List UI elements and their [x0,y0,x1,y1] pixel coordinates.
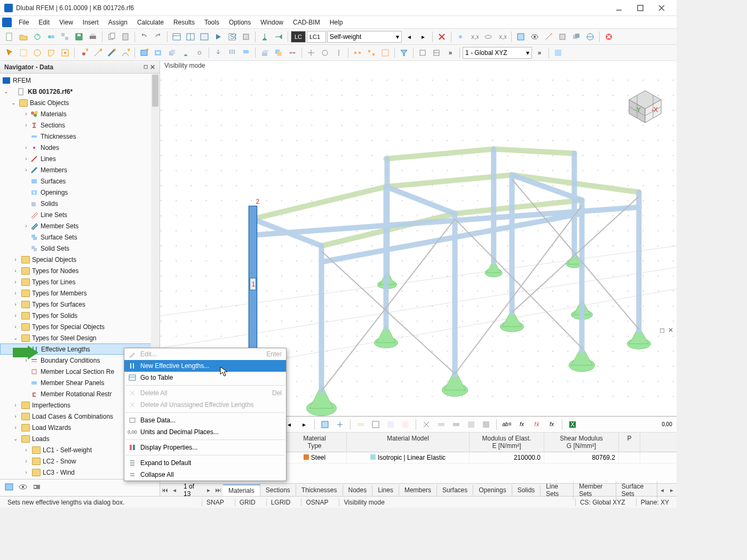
ctx-display-properties[interactable]: Display Properties... [124,442,286,453]
table2-icon[interactable] [184,30,197,43]
table-link2-icon[interactable] [333,418,346,431]
menu-insert[interactable]: Insert [78,17,104,28]
more-icon[interactable]: » [444,46,457,59]
script-icon[interactable]: SC [226,30,239,43]
print-icon[interactable] [86,30,99,43]
minimize-button[interactable] [608,1,630,15]
tree-types-special[interactable]: ›Types for Special Objects [0,321,160,332]
tab-first-icon[interactable]: ⏮ [160,486,170,494]
tree-membersets[interactable]: ›Member Sets [0,220,160,231]
new-support-icon[interactable] [179,46,192,59]
table-del2-icon[interactable] [435,418,448,431]
new-file-icon[interactable] [3,30,16,43]
view-cube[interactable]: -Y -X [621,80,669,128]
new-surface-icon[interactable]: ★ [138,46,150,59]
undo-icon[interactable] [138,30,150,43]
table-icon[interactable] [170,30,183,43]
table-fx3-icon[interactable]: fx [545,418,558,431]
tables-close-icon[interactable]: ✕ [668,326,673,334]
show-loads-icon[interactable] [482,30,495,43]
table3-icon[interactable] [198,30,211,43]
table-del5-icon[interactable] [480,418,492,431]
col-p[interactable]: P [619,433,640,452]
tab-lines[interactable]: Lines [372,485,399,495]
extrude-icon[interactable] [258,46,271,59]
loadcase-name-combo[interactable]: Self-weight▾ [327,31,402,43]
status-grid[interactable]: GRID [235,499,260,506]
mirror-icon[interactable] [332,46,345,59]
ctx-collapse[interactable]: Collapse All [124,469,286,481]
set2-icon[interactable] [365,46,378,59]
prev-lc-icon[interactable]: ◂ [403,30,416,43]
close-button[interactable] [651,1,672,15]
col-emod[interactable]: Modulus of Elast. E [N/mm²] [470,433,544,452]
menu-calculate[interactable]: Calculate [132,17,169,28]
nav-mode1-icon[interactable] [4,482,14,493]
table-del4-icon[interactable] [465,418,478,431]
table-ab-icon[interactable]: ab= [500,418,513,431]
set-icon[interactable] [351,46,364,59]
status-osnap[interactable]: OSNAP [301,499,332,506]
table-tool4-icon[interactable] [399,418,412,431]
tree-surfaces[interactable]: Surfaces [0,175,160,187]
tree-solids[interactable]: Solids [0,198,160,209]
table-fx2-icon[interactable]: fx̄ [530,418,543,431]
clip-icon[interactable] [514,30,527,43]
grid-edit-icon[interactable] [552,46,565,59]
box2-icon[interactable] [430,46,443,59]
tree-types-solids[interactable]: ›Types for Solids [0,310,160,321]
close-panel-icon[interactable]: ✕ [150,63,155,71]
tree-root[interactable]: RFEM [0,75,160,86]
rotate-icon[interactable] [319,46,331,59]
status-snap[interactable]: SNAP [202,499,228,506]
tab-linesets[interactable]: Line Sets [541,481,574,499]
move-icon[interactable] [305,46,317,59]
tree-members[interactable]: ›Members [0,164,160,175]
ctx-go-to-table[interactable]: Go to Table [124,372,286,383]
new-solid-icon[interactable] [165,46,178,59]
paste-icon[interactable] [119,30,132,43]
tree-thicknesses[interactable]: Thicknesses [0,131,160,142]
tree-openings[interactable]: Openings [0,187,160,198]
tree-basic-objects[interactable]: ⌄Basic Objects [0,97,160,108]
tree-linesets[interactable]: Line Sets [0,209,160,220]
tab-materials[interactable]: Materials [223,484,260,496]
select-window-icon[interactable] [17,46,30,59]
intersect-icon[interactable] [272,46,285,59]
dock-icon[interactable]: ◻ [144,63,148,71]
menu-tools[interactable]: Tools [200,17,224,28]
table-link1-icon[interactable] [319,418,331,431]
maximize-button[interactable] [630,1,651,15]
delete-result-icon[interactable] [435,30,448,43]
tab-membersets[interactable]: Member Sets [574,481,616,499]
tab-surfacesets[interactable]: Surface Sets [616,481,657,499]
3d-icon[interactable] [570,30,583,43]
save-icon[interactable] [73,30,85,43]
tree-sections[interactable]: ›Sections [0,119,160,131]
tree-nodes[interactable]: ›Nodes [0,142,160,153]
tree-special-objects[interactable]: ›Special Objects [0,254,160,265]
tab-thicknesses[interactable]: Thicknesses [296,485,343,495]
table-del3-icon[interactable] [450,418,463,431]
stop-icon[interactable] [240,30,252,43]
globe-icon[interactable] [584,30,597,43]
tab-members[interactable]: Members [399,485,437,495]
menu-view[interactable]: View [54,17,78,28]
tab-sections[interactable]: Sections [260,485,296,495]
tree-types-members[interactable]: ›Types for Members [0,287,160,299]
show-results-icon[interactable]: x,x [496,30,508,43]
table-tool3-icon[interactable] [384,418,397,431]
tree-types-lines[interactable]: ›Types for Lines [0,276,160,287]
tree-file[interactable]: ⌄KB 001726.rf6* [0,86,160,97]
select-icon[interactable] [3,46,16,59]
more2-icon[interactable]: » [533,46,546,59]
divide-icon[interactable] [286,46,299,59]
ctx-base-data[interactable]: Base Data... [124,414,286,426]
tree-types-surfaces[interactable]: ›Types for Surfaces [0,299,160,310]
app-menu-icon[interactable] [2,18,12,27]
table-fx-icon[interactable]: fx [515,418,528,431]
sync-icon[interactable] [45,30,58,43]
ctx-expand[interactable]: Expand to Default [124,457,286,469]
tree-types-nodes[interactable]: ›Types for Nodes [0,265,160,276]
menu-window[interactable]: Window [256,17,288,28]
